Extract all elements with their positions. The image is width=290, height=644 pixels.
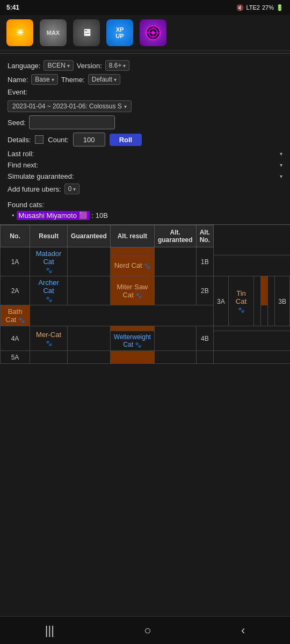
add-future-label: Add future ubers: xyxy=(8,185,61,193)
row-alt-no: 4B xyxy=(196,326,213,351)
theme-dropdown-arrow: ▾ xyxy=(114,77,117,83)
row-result: Matador Cat 🐾 xyxy=(30,247,68,276)
simulate-arrow[interactable]: ▾ xyxy=(280,173,282,179)
last-roll-arrow[interactable]: ▾ xyxy=(280,151,282,157)
col-guaranteed: Guaranteed xyxy=(68,225,111,247)
row-alt-result-miter: Miter SawCat 🐾 xyxy=(110,276,154,305)
seed-row: Seed: xyxy=(8,115,282,129)
row-no: 4A xyxy=(1,326,30,351)
event-dropdown[interactable]: 2023-01-04 ~ 2023-01-06: Colossus S ▾ xyxy=(8,100,132,112)
row-no: 2A xyxy=(1,276,30,305)
col-no: No. xyxy=(1,225,30,247)
table-row: 4A Mer-Cat 🐾 4B xyxy=(1,326,290,331)
row-alt-no: 3B xyxy=(275,276,290,326)
status-right: 🔇 LTE2 27% 🔋 xyxy=(236,4,284,11)
nav-home-button[interactable]: ○ xyxy=(133,619,162,642)
row-alt-result-empty xyxy=(261,276,268,305)
status-time: 5:41 xyxy=(6,4,19,11)
row-alt-no: 1B xyxy=(196,247,213,276)
row-result xyxy=(30,351,68,364)
event-label: Event: xyxy=(8,88,27,96)
version-dropdown-arrow: ▾ xyxy=(123,63,126,69)
language-dropdown-arrow: ▾ xyxy=(67,63,70,69)
row-alt-result-empty xyxy=(110,247,154,255)
row-alt-result-nerd: Nerd Cat 🐾 xyxy=(110,255,154,276)
count-label: Count: xyxy=(48,136,68,144)
find-next-arrow[interactable]: ▾ xyxy=(280,162,282,168)
found-cat-detail: : 10B xyxy=(92,211,108,219)
row-guaranteed xyxy=(68,247,111,276)
row-alt-guaranteed xyxy=(154,276,196,305)
language-dropdown[interactable]: BCEN ▾ xyxy=(44,60,73,71)
simulate-label: Simulate guaranteed: xyxy=(8,172,74,180)
find-next-label: Find next: xyxy=(8,161,38,169)
target-icon[interactable] xyxy=(140,19,166,46)
bottom-nav: ||| ○ ‹ xyxy=(0,616,290,644)
status-battery-icon: 🔋 xyxy=(276,4,284,11)
status-mute-icon: 🔇 xyxy=(236,4,244,11)
settings-panel: Language: BCEN ▾ Version: 8.6+ ▾ Name: B… xyxy=(0,56,290,199)
icon-bar: ☀ MAX 🖥 XPUP xyxy=(0,15,290,51)
get-icon[interactable]: ☀ xyxy=(6,19,33,46)
found-cat-item: • Musashi Miyamoto 🟪 : 10B xyxy=(8,211,282,220)
nav-menu-button[interactable]: ||| xyxy=(34,619,65,642)
row-alt-result-empty xyxy=(110,351,154,364)
name-label: Name: xyxy=(8,76,28,84)
add-future-arrow: ▾ xyxy=(73,186,76,192)
simulate-row: Simulate guaranteed: ▾ xyxy=(8,172,282,180)
row-no: 3A xyxy=(213,276,228,326)
details-checkbox[interactable] xyxy=(35,135,44,144)
name-dropdown-arrow: ▾ xyxy=(52,77,54,83)
bullet-icon: • xyxy=(12,211,15,219)
col-alt-guaranteed: Alt.guaranteed xyxy=(154,225,196,247)
language-label: Language: xyxy=(8,62,40,70)
table-header-row: No. Result Guaranteed Alt. result Alt.gu… xyxy=(1,225,290,247)
row-result: Tin Cat 🐾 xyxy=(228,276,254,326)
max-icon[interactable]: MAX xyxy=(40,19,67,46)
row-alt-result-empty xyxy=(110,326,154,331)
version-dropdown[interactable]: 8.6+ ▾ xyxy=(105,60,130,71)
xpup-icon[interactable]: XPUP xyxy=(106,19,133,46)
nav-back-button[interactable]: ‹ xyxy=(230,619,256,642)
status-signal: LTE2 xyxy=(246,4,259,11)
row-alt-result-welter: WelterweightCat 🐾 xyxy=(110,331,154,351)
add-future-row: Add future ubers: 0 ▾ xyxy=(8,184,282,194)
details-label: Details: xyxy=(8,136,31,144)
row-alt-no xyxy=(196,351,213,364)
details-row: Details: Count: Roll xyxy=(8,133,282,147)
last-roll-label: Last roll: xyxy=(8,150,34,158)
version-label: Version: xyxy=(77,62,102,70)
theme-dropdown[interactable]: Default ▾ xyxy=(88,74,120,85)
row-alt-no: 2B xyxy=(196,276,213,305)
col-result: Result xyxy=(30,225,68,247)
row-guaranteed xyxy=(254,276,261,326)
count-input[interactable] xyxy=(73,133,105,147)
event-dropdown-arrow: ▾ xyxy=(124,104,127,109)
seed-label: Seed: xyxy=(8,119,26,127)
row-no: 1A xyxy=(1,247,30,276)
find-next-row: Find next: ▾ xyxy=(8,161,282,169)
add-future-dropdown[interactable]: 0 ▾ xyxy=(64,184,80,194)
results-table: No. Result Guaranteed Alt. result Alt.gu… xyxy=(0,225,290,364)
results-table-container: No. Result Guaranteed Alt. result Alt.gu… xyxy=(0,224,290,364)
seed-input[interactable] xyxy=(29,115,115,129)
row-alt-guaranteed xyxy=(268,276,275,326)
monitor-icon[interactable]: 🖥 xyxy=(73,19,100,46)
found-cats-title: Found cats: xyxy=(8,201,282,209)
status-battery: 27% xyxy=(262,4,274,11)
event-row: Event: xyxy=(8,88,282,96)
roll-button[interactable]: Roll xyxy=(110,134,142,146)
row-result: Archer Cat 🐾 xyxy=(30,276,68,305)
found-cats-section: Found cats: • Musashi Miyamoto 🟪 : 10B xyxy=(0,199,290,224)
row-result: Mer-Cat 🐾 xyxy=(30,326,68,351)
name-row: Name: Base ▾ Theme: Default ▾ xyxy=(8,74,282,85)
found-cat-name: Musashi Miyamoto 🟪 xyxy=(17,211,90,220)
event-value-row: 2023-01-04 ~ 2023-01-06: Colossus S ▾ xyxy=(8,99,282,112)
row-no: 5A xyxy=(1,351,30,364)
row-alt-guaranteed xyxy=(154,247,196,276)
row-alt-guaranteed xyxy=(154,351,196,364)
row-guaranteed xyxy=(68,351,111,364)
theme-label: Theme: xyxy=(61,76,85,84)
name-dropdown[interactable]: Base ▾ xyxy=(31,74,57,85)
table-row: 1A Matador Cat 🐾 1B xyxy=(1,247,290,255)
